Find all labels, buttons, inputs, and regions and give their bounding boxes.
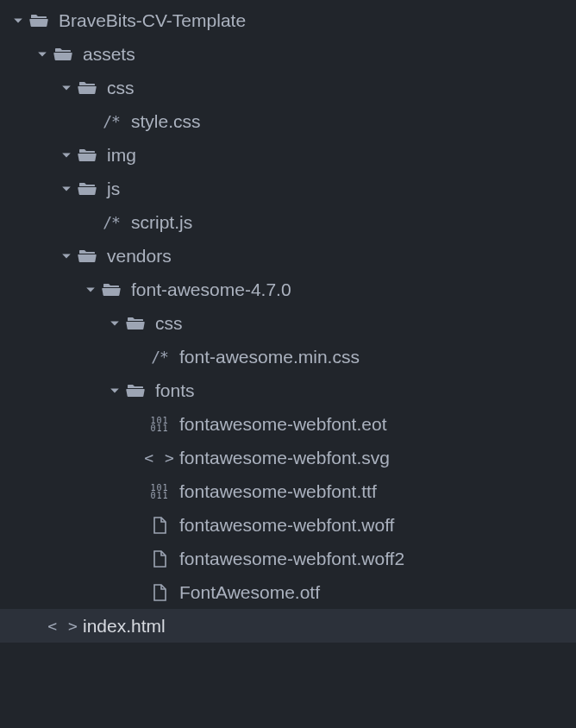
disclosure-arrow-icon[interactable] xyxy=(59,147,74,163)
folder-icon xyxy=(28,9,50,32)
tree-item-label: fonts xyxy=(155,380,195,401)
tree-file-row[interactable]: /*script.js xyxy=(0,205,576,239)
folder-icon xyxy=(76,178,98,200)
css-comment-icon: /* xyxy=(148,346,171,368)
css-comment-icon: /* xyxy=(100,211,122,234)
file-icon xyxy=(148,514,171,537)
disclosure-arrow-icon[interactable] xyxy=(10,13,26,28)
tree-item-label: fontawesome-webfont.woff xyxy=(179,515,394,536)
tree-item-label: font-awesome.min.css xyxy=(179,347,360,367)
folder-icon xyxy=(124,312,147,335)
binary-file-icon: 101011 xyxy=(148,413,171,436)
binary-file-icon: 101011 xyxy=(148,480,171,503)
tree-item-label: vendors xyxy=(107,246,172,267)
tree-folder-row[interactable]: img xyxy=(0,138,576,172)
folder-icon xyxy=(124,380,147,402)
tree-file-row[interactable]: fontawesome-webfont.woff2 xyxy=(0,542,576,575)
code-file-icon: < > xyxy=(148,447,171,469)
tree-file-row[interactable]: fontawesome-webfont.woff xyxy=(0,508,576,542)
disclosure-arrow-icon[interactable] xyxy=(107,383,122,399)
tree-item-label: fontawesome-webfont.ttf xyxy=(179,481,377,502)
tree-item-label: css xyxy=(155,313,183,334)
tree-file-row[interactable]: 101011fontawesome-webfont.ttf xyxy=(0,474,576,508)
tree-item-label: fontawesome-webfont.svg xyxy=(179,448,390,468)
tree-item-label: BraveBits-CV-Template xyxy=(59,10,246,31)
tree-folder-row[interactable]: BraveBits-CV-Template xyxy=(0,3,576,37)
tree-folder-row[interactable]: font-awesome-4.7.0 xyxy=(0,273,576,306)
code-file-icon: < > xyxy=(52,615,74,637)
file-icon xyxy=(148,548,171,570)
disclosure-arrow-icon[interactable] xyxy=(59,80,74,96)
tree-folder-row[interactable]: css xyxy=(0,71,576,104)
tree-item-label: img xyxy=(107,145,136,166)
folder-icon xyxy=(76,144,98,166)
tree-item-label: script.js xyxy=(131,212,192,233)
tree-file-row[interactable]: /*font-awesome.min.css xyxy=(0,340,576,373)
folder-icon xyxy=(76,77,98,99)
disclosure-arrow-icon[interactable] xyxy=(83,282,98,298)
tree-item-label: js xyxy=(107,179,120,199)
tree-item-label: fontawesome-webfont.woff2 xyxy=(179,549,404,569)
folder-icon xyxy=(76,245,98,267)
tree-file-row[interactable]: FontAwesome.otf xyxy=(0,575,576,609)
tree-folder-row[interactable]: js xyxy=(0,172,576,205)
tree-item-label: index.html xyxy=(83,616,166,637)
folder-icon xyxy=(52,43,74,66)
tree-folder-row[interactable]: fonts xyxy=(0,373,576,407)
folder-icon xyxy=(100,279,122,301)
tree-folder-row[interactable]: vendors xyxy=(0,239,576,273)
tree-item-label: font-awesome-4.7.0 xyxy=(131,279,291,300)
tree-folder-row[interactable]: assets xyxy=(0,37,576,71)
disclosure-arrow-icon[interactable] xyxy=(34,47,50,62)
tree-file-row[interactable]: /*style.css xyxy=(0,104,576,138)
tree-item-label: assets xyxy=(83,44,135,65)
css-comment-icon: /* xyxy=(100,110,122,133)
tree-item-label: fontawesome-webfont.eot xyxy=(179,414,386,435)
tree-file-row[interactable]: 101011fontawesome-webfont.eot xyxy=(0,407,576,441)
tree-item-label: style.css xyxy=(131,111,201,132)
disclosure-arrow-icon[interactable] xyxy=(59,181,74,197)
tree-item-label: FontAwesome.otf xyxy=(179,582,320,603)
disclosure-arrow-icon[interactable] xyxy=(59,248,74,264)
tree-item-label: css xyxy=(107,78,135,98)
disclosure-arrow-icon[interactable] xyxy=(107,316,122,331)
tree-folder-row[interactable]: css xyxy=(0,306,576,340)
tree-file-row[interactable]: < >index.html xyxy=(0,609,576,643)
file-icon xyxy=(148,581,171,604)
tree-file-row[interactable]: < >fontawesome-webfont.svg xyxy=(0,441,576,474)
